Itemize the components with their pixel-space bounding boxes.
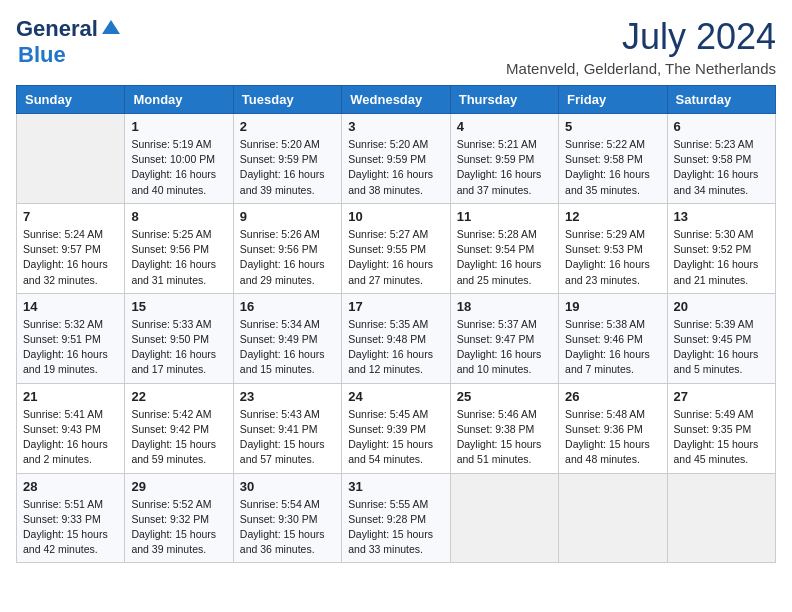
cell-content: Sunrise: 5:38 AM Sunset: 9:46 PM Dayligh… bbox=[565, 317, 660, 378]
calendar-table: SundayMondayTuesdayWednesdayThursdayFrid… bbox=[16, 85, 776, 563]
cell-content: Sunrise: 5:22 AM Sunset: 9:58 PM Dayligh… bbox=[565, 137, 660, 198]
day-number: 10 bbox=[348, 209, 443, 224]
calendar-cell: 30Sunrise: 5:54 AM Sunset: 9:30 PM Dayli… bbox=[233, 473, 341, 563]
calendar-cell: 1Sunrise: 5:19 AM Sunset: 10:00 PM Dayli… bbox=[125, 114, 233, 204]
cell-content: Sunrise: 5:46 AM Sunset: 9:38 PM Dayligh… bbox=[457, 407, 552, 468]
calendar-cell: 22Sunrise: 5:42 AM Sunset: 9:42 PM Dayli… bbox=[125, 383, 233, 473]
cell-content: Sunrise: 5:41 AM Sunset: 9:43 PM Dayligh… bbox=[23, 407, 118, 468]
cell-content: Sunrise: 5:48 AM Sunset: 9:36 PM Dayligh… bbox=[565, 407, 660, 468]
cell-content: Sunrise: 5:28 AM Sunset: 9:54 PM Dayligh… bbox=[457, 227, 552, 288]
day-number: 17 bbox=[348, 299, 443, 314]
day-number: 27 bbox=[674, 389, 769, 404]
calendar-cell bbox=[17, 114, 125, 204]
calendar-cell: 6Sunrise: 5:23 AM Sunset: 9:58 PM Daylig… bbox=[667, 114, 775, 204]
calendar-week-1: 1Sunrise: 5:19 AM Sunset: 10:00 PM Dayli… bbox=[17, 114, 776, 204]
day-number: 22 bbox=[131, 389, 226, 404]
calendar-cell: 14Sunrise: 5:32 AM Sunset: 9:51 PM Dayli… bbox=[17, 293, 125, 383]
calendar-cell: 25Sunrise: 5:46 AM Sunset: 9:38 PM Dayli… bbox=[450, 383, 558, 473]
calendar-cell: 4Sunrise: 5:21 AM Sunset: 9:59 PM Daylig… bbox=[450, 114, 558, 204]
day-number: 13 bbox=[674, 209, 769, 224]
day-number: 6 bbox=[674, 119, 769, 134]
cell-content: Sunrise: 5:23 AM Sunset: 9:58 PM Dayligh… bbox=[674, 137, 769, 198]
day-number: 21 bbox=[23, 389, 118, 404]
calendar-week-5: 28Sunrise: 5:51 AM Sunset: 9:33 PM Dayli… bbox=[17, 473, 776, 563]
calendar-cell: 2Sunrise: 5:20 AM Sunset: 9:59 PM Daylig… bbox=[233, 114, 341, 204]
cell-content: Sunrise: 5:52 AM Sunset: 9:32 PM Dayligh… bbox=[131, 497, 226, 558]
header-tuesday: Tuesday bbox=[233, 86, 341, 114]
svg-marker-0 bbox=[102, 20, 120, 34]
cell-content: Sunrise: 5:37 AM Sunset: 9:47 PM Dayligh… bbox=[457, 317, 552, 378]
cell-content: Sunrise: 5:33 AM Sunset: 9:50 PM Dayligh… bbox=[131, 317, 226, 378]
month-title: July 2024 bbox=[506, 16, 776, 58]
cell-content: Sunrise: 5:54 AM Sunset: 9:30 PM Dayligh… bbox=[240, 497, 335, 558]
day-number: 15 bbox=[131, 299, 226, 314]
cell-content: Sunrise: 5:20 AM Sunset: 9:59 PM Dayligh… bbox=[240, 137, 335, 198]
cell-content: Sunrise: 5:43 AM Sunset: 9:41 PM Dayligh… bbox=[240, 407, 335, 468]
calendar-header-row: SundayMondayTuesdayWednesdayThursdayFrid… bbox=[17, 86, 776, 114]
calendar-cell: 12Sunrise: 5:29 AM Sunset: 9:53 PM Dayli… bbox=[559, 203, 667, 293]
calendar-cell: 5Sunrise: 5:22 AM Sunset: 9:58 PM Daylig… bbox=[559, 114, 667, 204]
day-number: 4 bbox=[457, 119, 552, 134]
logo-icon bbox=[100, 16, 122, 38]
calendar-cell: 16Sunrise: 5:34 AM Sunset: 9:49 PM Dayli… bbox=[233, 293, 341, 383]
day-number: 1 bbox=[131, 119, 226, 134]
day-number: 9 bbox=[240, 209, 335, 224]
logo-blue: Blue bbox=[18, 42, 66, 67]
calendar-week-4: 21Sunrise: 5:41 AM Sunset: 9:43 PM Dayli… bbox=[17, 383, 776, 473]
calendar-cell: 27Sunrise: 5:49 AM Sunset: 9:35 PM Dayli… bbox=[667, 383, 775, 473]
calendar-cell: 19Sunrise: 5:38 AM Sunset: 9:46 PM Dayli… bbox=[559, 293, 667, 383]
cell-content: Sunrise: 5:35 AM Sunset: 9:48 PM Dayligh… bbox=[348, 317, 443, 378]
day-number: 8 bbox=[131, 209, 226, 224]
calendar-cell bbox=[450, 473, 558, 563]
header-saturday: Saturday bbox=[667, 86, 775, 114]
cell-content: Sunrise: 5:29 AM Sunset: 9:53 PM Dayligh… bbox=[565, 227, 660, 288]
day-number: 20 bbox=[674, 299, 769, 314]
calendar-cell: 24Sunrise: 5:45 AM Sunset: 9:39 PM Dayli… bbox=[342, 383, 450, 473]
day-number: 28 bbox=[23, 479, 118, 494]
header-thursday: Thursday bbox=[450, 86, 558, 114]
logo: General Blue bbox=[16, 16, 122, 68]
cell-content: Sunrise: 5:19 AM Sunset: 10:00 PM Daylig… bbox=[131, 137, 226, 198]
day-number: 14 bbox=[23, 299, 118, 314]
calendar-cell: 3Sunrise: 5:20 AM Sunset: 9:59 PM Daylig… bbox=[342, 114, 450, 204]
day-number: 23 bbox=[240, 389, 335, 404]
calendar-cell: 10Sunrise: 5:27 AM Sunset: 9:55 PM Dayli… bbox=[342, 203, 450, 293]
day-number: 26 bbox=[565, 389, 660, 404]
calendar-cell bbox=[559, 473, 667, 563]
header-sunday: Sunday bbox=[17, 86, 125, 114]
header-friday: Friday bbox=[559, 86, 667, 114]
calendar-cell: 15Sunrise: 5:33 AM Sunset: 9:50 PM Dayli… bbox=[125, 293, 233, 383]
calendar-cell: 9Sunrise: 5:26 AM Sunset: 9:56 PM Daylig… bbox=[233, 203, 341, 293]
day-number: 29 bbox=[131, 479, 226, 494]
calendar-week-3: 14Sunrise: 5:32 AM Sunset: 9:51 PM Dayli… bbox=[17, 293, 776, 383]
calendar-cell: 8Sunrise: 5:25 AM Sunset: 9:56 PM Daylig… bbox=[125, 203, 233, 293]
day-number: 30 bbox=[240, 479, 335, 494]
logo-general: General bbox=[16, 16, 98, 42]
cell-content: Sunrise: 5:45 AM Sunset: 9:39 PM Dayligh… bbox=[348, 407, 443, 468]
day-number: 5 bbox=[565, 119, 660, 134]
day-number: 2 bbox=[240, 119, 335, 134]
day-number: 7 bbox=[23, 209, 118, 224]
calendar-cell: 7Sunrise: 5:24 AM Sunset: 9:57 PM Daylig… bbox=[17, 203, 125, 293]
cell-content: Sunrise: 5:20 AM Sunset: 9:59 PM Dayligh… bbox=[348, 137, 443, 198]
cell-content: Sunrise: 5:51 AM Sunset: 9:33 PM Dayligh… bbox=[23, 497, 118, 558]
calendar-cell: 23Sunrise: 5:43 AM Sunset: 9:41 PM Dayli… bbox=[233, 383, 341, 473]
day-number: 11 bbox=[457, 209, 552, 224]
day-number: 12 bbox=[565, 209, 660, 224]
cell-content: Sunrise: 5:55 AM Sunset: 9:28 PM Dayligh… bbox=[348, 497, 443, 558]
calendar-cell: 26Sunrise: 5:48 AM Sunset: 9:36 PM Dayli… bbox=[559, 383, 667, 473]
calendar-cell: 21Sunrise: 5:41 AM Sunset: 9:43 PM Dayli… bbox=[17, 383, 125, 473]
calendar-cell bbox=[667, 473, 775, 563]
cell-content: Sunrise: 5:21 AM Sunset: 9:59 PM Dayligh… bbox=[457, 137, 552, 198]
day-number: 19 bbox=[565, 299, 660, 314]
calendar-cell: 18Sunrise: 5:37 AM Sunset: 9:47 PM Dayli… bbox=[450, 293, 558, 383]
cell-content: Sunrise: 5:24 AM Sunset: 9:57 PM Dayligh… bbox=[23, 227, 118, 288]
page-header: General Blue July 2024 Matenveld, Gelder… bbox=[16, 16, 776, 77]
calendar-week-2: 7Sunrise: 5:24 AM Sunset: 9:57 PM Daylig… bbox=[17, 203, 776, 293]
day-number: 25 bbox=[457, 389, 552, 404]
title-section: July 2024 Matenveld, Gelderland, The Net… bbox=[506, 16, 776, 77]
day-number: 16 bbox=[240, 299, 335, 314]
cell-content: Sunrise: 5:32 AM Sunset: 9:51 PM Dayligh… bbox=[23, 317, 118, 378]
day-number: 3 bbox=[348, 119, 443, 134]
cell-content: Sunrise: 5:39 AM Sunset: 9:45 PM Dayligh… bbox=[674, 317, 769, 378]
